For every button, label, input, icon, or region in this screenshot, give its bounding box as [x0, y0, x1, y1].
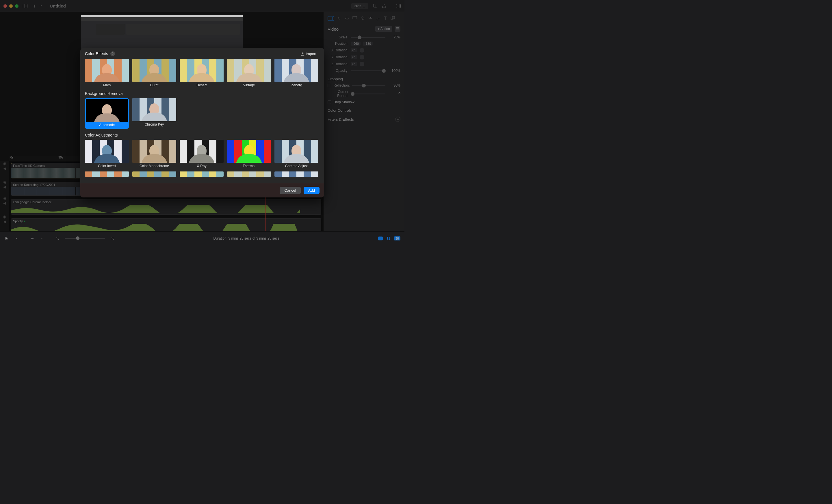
- effect-gamma-adjust[interactable]: Gamma Adjust: [275, 140, 318, 168]
- color-adjustments-heading: Color Adjustments: [85, 133, 319, 137]
- filters-section[interactable]: Filters & Effects+: [328, 117, 400, 122]
- effect-partial[interactable]: [227, 171, 271, 177]
- share-icon[interactable]: [381, 3, 387, 9]
- audio-track-spotify[interactable]: Spotify ●: [11, 218, 321, 231]
- position-x-field[interactable]: -960: [351, 41, 361, 46]
- text-tab-icon[interactable]: [384, 16, 387, 21]
- effect-automatic[interactable]: Automatic: [85, 98, 129, 129]
- mute-icon[interactable]: ◀: [3, 201, 6, 205]
- visibility-icon[interactable]: ◉: [3, 196, 6, 200]
- import-button[interactable]: Import...: [301, 52, 319, 56]
- effect-desert[interactable]: Desert: [180, 59, 224, 87]
- main-toolbar: Untitled 20%: [0, 0, 405, 12]
- reflection-slider[interactable]: [352, 85, 385, 86]
- svg-rect-4: [329, 17, 333, 20]
- opacity-slider[interactable]: [351, 71, 385, 71]
- cursor-tab-icon[interactable]: [361, 16, 365, 21]
- screen-tab-icon[interactable]: [353, 16, 357, 21]
- inspector-panel: Video + Action ☰ Scale:75% Position:-960…: [323, 12, 405, 231]
- add-icon[interactable]: [32, 3, 37, 9]
- bg-removal-grid: Automatic Chroma Key: [85, 98, 319, 129]
- visibility-icon[interactable]: ◉: [3, 215, 6, 219]
- svg-rect-11: [392, 17, 395, 19]
- chevron-down-icon[interactable]: [14, 236, 19, 241]
- mute-icon[interactable]: ◀: [3, 166, 6, 171]
- help-icon[interactable]: ?: [110, 51, 115, 56]
- snapping-icon[interactable]: [386, 236, 391, 241]
- fps-badge[interactable]: 30: [394, 236, 400, 241]
- yrot-field[interactable]: 0°: [351, 55, 357, 59]
- maximize-window-button[interactable]: [15, 4, 19, 8]
- scale-slider[interactable]: [351, 37, 385, 38]
- zoom-in-icon[interactable]: [110, 236, 115, 241]
- group-tab-icon[interactable]: [391, 16, 395, 21]
- video-tab-icon[interactable]: [328, 16, 334, 21]
- effect-vintage[interactable]: Vintage: [227, 59, 271, 87]
- zrot-dial[interactable]: [360, 62, 364, 66]
- svg-rect-6: [353, 17, 357, 19]
- chevron-down-icon[interactable]: [38, 3, 43, 9]
- pointer-tool-icon[interactable]: [4, 236, 9, 241]
- add-icon[interactable]: [29, 236, 35, 241]
- cropping-section[interactable]: Cropping: [328, 77, 400, 81]
- bg-removal-heading: Background Removal: [85, 91, 319, 96]
- shadow-checkbox[interactable]: [328, 101, 331, 104]
- effect-partial[interactable]: [132, 171, 176, 177]
- dialog-title: Color Effects: [85, 51, 108, 56]
- link-tab-icon[interactable]: [368, 16, 373, 21]
- mute-icon[interactable]: ◀: [3, 219, 6, 224]
- svg-rect-2: [396, 4, 401, 8]
- visibility-icon[interactable]: ◉: [3, 161, 6, 166]
- chevron-down-icon[interactable]: [39, 236, 45, 241]
- add-button[interactable]: Add: [304, 187, 319, 194]
- xrot-field[interactable]: 0°: [351, 48, 357, 52]
- mute-icon[interactable]: ◀: [3, 185, 6, 189]
- sidebar-toggle-icon[interactable]: [23, 3, 28, 9]
- zrot-field[interactable]: 0°: [351, 62, 357, 66]
- color-controls-section[interactable]: Color Controls: [328, 108, 400, 113]
- minimize-window-button[interactable]: [9, 4, 13, 8]
- xrot-dial[interactable]: [360, 48, 364, 53]
- effect-mars[interactable]: Mars: [85, 59, 129, 87]
- add-action-button[interactable]: + Action: [375, 26, 392, 32]
- reflection-checkbox[interactable]: [328, 84, 331, 87]
- audio-track-chrome[interactable]: com.google.Chrome.helper: [11, 199, 321, 215]
- timing-tab-icon[interactable]: [345, 16, 349, 21]
- effect-xray[interactable]: X-Ray: [180, 140, 224, 168]
- spotify-icon: ●: [24, 219, 26, 223]
- yrot-dial[interactable]: [360, 55, 364, 59]
- edit-tab-icon[interactable]: [376, 16, 380, 21]
- zoom-out-icon[interactable]: [55, 236, 60, 241]
- track-controls-column: ◉◀ ◉◀ ◉◀ ◉◀: [0, 161, 9, 231]
- color-effects-dialog: Color Effects ? Import... Mars Burnt Des…: [80, 48, 324, 197]
- add-filter-icon[interactable]: +: [395, 117, 400, 122]
- audio-tab-icon[interactable]: [337, 16, 341, 21]
- effect-burnt[interactable]: Burnt: [132, 59, 176, 87]
- visibility-icon[interactable]: ◉: [3, 180, 6, 184]
- close-window-button[interactable]: [3, 4, 7, 8]
- effect-partial[interactable]: [180, 171, 224, 177]
- effect-color-invert[interactable]: Color Invert: [85, 140, 129, 168]
- inspector-toggle-icon[interactable]: [396, 3, 401, 9]
- effect-thermal[interactable]: Thermal: [227, 140, 271, 168]
- effect-iceberg[interactable]: Iceberg: [275, 59, 318, 87]
- color-adjustments-grid: Color Invert Color Monochrome X-Ray Ther…: [85, 140, 319, 177]
- zoom-level[interactable]: 20%: [351, 3, 368, 9]
- duration-text: Duration: 3 mins 25 secs of 3 mins 25 se…: [120, 236, 373, 241]
- effect-partial[interactable]: [85, 171, 129, 177]
- effect-chroma-key[interactable]: Chroma Key: [132, 98, 176, 129]
- effect-partial[interactable]: [275, 171, 318, 177]
- timeline-zoom-slider[interactable]: [65, 238, 105, 239]
- inspector-menu-icon[interactable]: ☰: [395, 26, 400, 32]
- cancel-button[interactable]: Cancel: [280, 187, 301, 194]
- corner-slider[interactable]: [351, 93, 385, 94]
- window-traffic-lights: [3, 4, 19, 8]
- effect-color-monochrome[interactable]: Color Monochrome: [132, 140, 176, 168]
- bottom-toolbar: Duration: 3 mins 25 secs of 3 mins 25 se…: [0, 231, 405, 245]
- document-title: Untitled: [50, 3, 66, 8]
- position-y-field[interactable]: -630: [363, 41, 373, 46]
- captions-icon[interactable]: [378, 236, 383, 241]
- crop-icon[interactable]: [372, 3, 377, 9]
- svg-point-8: [369, 17, 370, 19]
- svg-point-9: [370, 17, 372, 19]
